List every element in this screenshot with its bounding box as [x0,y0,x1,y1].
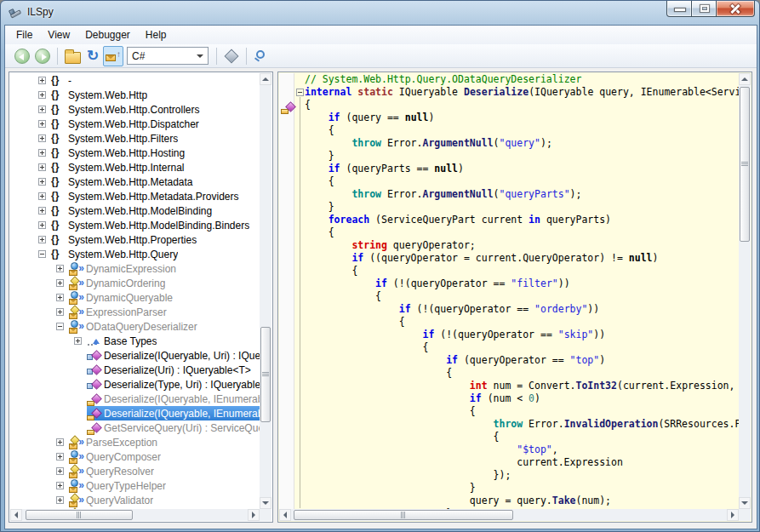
code-line[interactable]: foreach (ServiceQueryPart current in que… [305,214,739,226]
code-line[interactable]: if (!(queryOperator == "skip")) [305,329,739,341]
tree-item[interactable]: {}System.Web.Http.Filters [10,131,260,146]
show-internal-api-toggle[interactable]: ↑ [103,46,123,66]
code-line[interactable]: } [305,482,739,495]
code-line[interactable]: throw Error.ArgumentNull("queryParts"); [305,188,739,201]
tree-vscroll-thumb[interactable] [260,327,271,422]
tree-expander[interactable] [38,236,46,243]
code-line[interactable]: if (num < 0) [305,392,739,405]
menu-help[interactable]: Help [138,26,174,43]
tree-item[interactable]: {}System.Web.Http.Hosting [10,146,260,160]
tree-expander[interactable] [38,207,46,215]
tree-item[interactable]: »QueryResolver [10,464,260,478]
code-line[interactable]: internal static IQueryable Deserialize(I… [305,86,739,99]
code-line[interactable]: if (query == null) [305,112,739,124]
search-button[interactable] [251,46,271,66]
code-line[interactable]: { [305,226,739,239]
tree-item[interactable]: Deserialize(IQueryable, IEnumerable<Serv… [10,406,260,420]
tree-hscroll-thumb[interactable] [26,510,133,520]
tree-item[interactable]: {}System.Web.Http.Metadata [10,174,260,189]
tree-expander[interactable] [38,77,46,84]
code-line[interactable]: { [305,405,739,418]
code-vscroll-thumb[interactable] [740,87,750,242]
tree-item[interactable]: Deserialize(IQueryable, IEnumerable<Serv… [10,392,260,406]
code-line[interactable]: query = query.Take(num); [305,495,739,507]
tree-expander[interactable] [38,250,46,258]
tree-item[interactable]: »ParseException [10,435,260,449]
code-vertical-scrollbar[interactable] [739,73,751,509]
menu-file[interactable]: File [9,26,40,43]
code-line[interactable]: if ((queryOperator = current.QueryOperat… [305,252,739,265]
tree-horizontal-scrollbar[interactable] [10,509,260,521]
code-fold-toggle[interactable] [296,89,304,96]
tree-expander[interactable] [56,453,64,460]
tree-item[interactable]: GetServiceQuery(Uri) : ServiceQuery [10,420,260,435]
tree-item[interactable]: Deserialize(Type, Uri) : IQueryable [10,377,260,392]
code-line[interactable]: if (!(queryOperator == "filter")) [305,277,739,290]
code-horizontal-scrollbar[interactable] [279,509,739,521]
scroll-left-button[interactable] [279,509,291,521]
tree-expander[interactable] [56,294,64,301]
scroll-right-button[interactable] [727,509,739,521]
tree-expander[interactable] [38,149,46,157]
tree-expander[interactable] [38,163,46,171]
tree-expander[interactable] [56,467,64,475]
code-line[interactable]: }); [305,469,739,482]
scroll-down-button[interactable] [739,497,751,509]
tree-item[interactable]: Deserialize(IQueryable, Uri) : IQueryabl… [10,348,260,363]
tree-item[interactable]: {}System.Web.Http [10,88,260,102]
tree-item[interactable]: Base Types [10,334,260,348]
tree-item[interactable]: {}- [10,73,260,88]
tree-item[interactable]: {}System.Web.Http.Query [10,247,260,261]
scroll-up-button[interactable] [739,73,751,85]
options-button[interactable] [221,46,242,66]
tree-expander[interactable] [56,482,64,489]
code-hscroll-thumb[interactable] [294,510,513,520]
code-line[interactable]: if (queryParts == null) [305,163,739,175]
code-line[interactable]: { [305,290,739,303]
open-button[interactable] [62,46,83,66]
tree-expander[interactable] [56,496,64,504]
tree-item[interactable]: »ExpressionParser [10,305,260,319]
tree-expander[interactable] [38,221,46,229]
tree-expander[interactable] [38,178,46,186]
tree-item[interactable]: »QueryValidator [10,493,260,507]
menu-view[interactable]: View [40,26,77,43]
code-view[interactable]: // System.Web.Http.Query.ODataQueryDeser… [305,73,739,509]
scroll-left-button[interactable] [10,509,22,521]
refresh-button[interactable]: ↻ [83,46,103,66]
language-select[interactable]: C# [127,47,209,65]
tree-item[interactable]: {}System.Web.Http.ModelBinding [10,203,260,218]
tree-item[interactable]: {}System.Web.Http.ModelBinding.Binders [10,218,260,232]
code-line[interactable]: "$top", [305,443,739,456]
forward-button[interactable] [32,46,53,66]
tree-expander[interactable] [38,120,46,128]
scroll-down-button[interactable] [260,497,271,509]
close-button[interactable] [716,1,755,17]
minimize-button[interactable] [666,1,692,17]
tree-item[interactable]: {}System.Web.Http.Properties [10,232,260,247]
code-line[interactable]: int num = Convert.ToInt32(current.Expres… [305,380,739,392]
maximize-button[interactable] [691,1,717,17]
code-line[interactable]: { [305,341,739,354]
code-line[interactable]: { [305,99,739,112]
tree-expander[interactable] [38,106,46,113]
scroll-up-button[interactable] [260,73,271,85]
title-bar[interactable]: ILSpy [1,1,759,25]
tree-expander[interactable] [56,323,64,330]
tree-item[interactable]: »QueryComposer [10,449,260,464]
code-line[interactable]: { [305,431,739,443]
menu-debugger[interactable]: Debugger [77,26,138,43]
tree-item[interactable]: »DynamicExpression [10,261,260,276]
tree-expander[interactable] [38,134,46,142]
code-line[interactable]: if (!(queryOperator == "orderby")) [305,303,739,316]
code-line[interactable]: { [305,265,739,277]
code-line[interactable]: } [305,150,739,163]
tree-expander[interactable] [56,438,64,446]
tree-item[interactable]: »DynamicQueryable [10,290,260,305]
code-line[interactable]: if (queryOperator == "top") [305,354,739,367]
tree-item[interactable]: {}System.Web.Http.Internal [10,160,260,174]
code-line[interactable]: { [305,316,739,329]
tree-item[interactable]: »QueryTypeHelper [10,478,260,493]
code-line[interactable]: throw Error.ArgumentNull("query"); [305,137,739,150]
tree-expander[interactable] [56,308,64,316]
